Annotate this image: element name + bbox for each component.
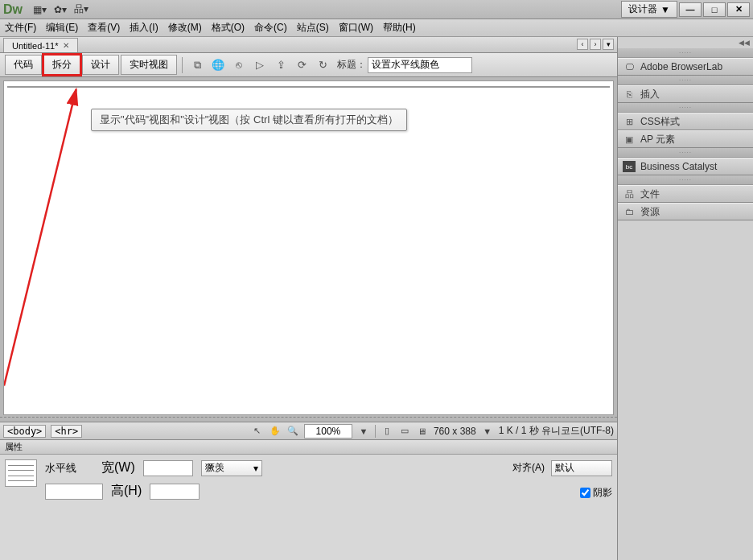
app-titlebar: Dw ▦▾ ✿▾ 品▾ 设计器 ▼ — □ ✕ [0,0,753,19]
sitemap-icon[interactable]: 品▾ [74,2,88,17]
menu-format[interactable]: 格式(O) [212,21,245,35]
menu-help[interactable]: 帮助(H) [383,21,416,35]
height-label: 高(H) [111,483,142,500]
element-type-label: 水平线 [45,461,93,476]
minimize-button[interactable]: — [679,2,702,17]
tab-next-icon[interactable]: › [590,39,601,50]
svg-line-0 [4,89,76,386]
align-value: 默认 [555,461,574,475]
design-canvas[interactable]: 显示"代码"视图和"设计"视图（按 Ctrl 键以查看所有打开的文档） [3,80,614,415]
panel-files[interactable]: 品 文件 [618,185,753,203]
menu-bar: 文件(F) 编辑(E) 查看(V) 插入(I) 修改(M) 格式(O) 命令(C… [0,19,753,37]
zoom-input[interactable] [304,424,352,439]
workspace-label: 设计器 [628,2,657,16]
status-bar: <body> <hr> ↖ ✋ 🔍 ▼ ▯ ▭ 🖥 760 x 388 ▼ 1 … [0,422,617,439]
align-label: 对齐(A) [512,461,545,475]
sync-icon[interactable]: ⟳ [294,57,310,73]
panel-label: AP 元素 [640,133,675,146]
hr-element-icon [5,459,37,487]
panel-insert[interactable]: ⎘ 插入 [618,85,753,103]
browser-icon[interactable]: ⎋ [231,57,247,73]
menu-window[interactable]: 窗口(W) [339,21,373,35]
shadow-label: 阴影 [593,486,612,500]
dimensions-text: 760 x 388 [434,426,476,437]
close-tab-icon[interactable]: ✕ [63,41,69,50]
upload-icon[interactable]: ⇪ [273,57,289,73]
split-view-button[interactable]: 拆分 [43,55,80,75]
align-select[interactable]: 默认 [551,460,612,476]
panel-browserlab[interactable]: 🖵 Adobe BrowserLab [618,58,753,76]
panel-ap[interactable]: ▣ AP 元素 [618,130,753,148]
design-view-button[interactable]: 设计 [82,55,119,75]
device-desktop-icon[interactable]: 🖥 [416,425,429,438]
extension-icon[interactable]: ✿▾ [53,2,68,17]
zoom-icon[interactable]: 🔍 [286,425,299,438]
shadow-checkbox[interactable] [580,488,590,498]
menu-view[interactable]: 查看(V) [88,21,120,35]
css-icon: ⊞ [623,116,636,127]
tooltip: 显示"代码"视图和"设计"视图（按 Ctrl 键以查看所有打开的文档） [91,109,407,131]
title-label: 标题： [337,58,366,72]
menu-edit[interactable]: 编辑(E) [46,21,78,35]
dropdown-icon[interactable]: ▼ [357,425,370,438]
device-phone-icon[interactable]: ▯ [381,425,393,438]
maximize-button[interactable]: □ [703,2,726,17]
separator [182,57,183,73]
properties-title: 属性 [0,440,617,455]
workspace-switcher[interactable]: 设计器 ▼ [621,1,677,18]
side-panels: ◀◀ 🖵 Adobe BrowserLab ⎘ 插入 ⊞ CSS样式 ▣ AP … [618,37,753,560]
hand-icon[interactable]: ✋ [269,425,282,438]
menu-site[interactable]: 站点(S) [297,21,329,35]
document-title-input[interactable] [368,57,472,73]
files-icon: 品 [623,188,636,200]
pointer-icon[interactable]: ↖ [251,425,264,438]
panel-assets[interactable]: 🗀 资源 [618,203,753,220]
close-button[interactable]: ✕ [727,2,750,17]
document-area: Untitled-11* ✕ ‹ › ▾ 代码 拆分 设计 实时视图 ⧉ 🌐 ⎋… [0,37,618,560]
tag-body[interactable]: <body> [3,425,46,438]
panel-label: 插入 [640,88,660,101]
assets-icon: 🗀 [623,206,636,217]
tab-prev-icon[interactable]: ‹ [577,39,588,50]
panel-css[interactable]: ⊞ CSS样式 [618,113,753,130]
live-view-button[interactable]: 实时视图 [121,55,177,75]
browserlab-icon: 🖵 [623,61,636,72]
panel-label: 资源 [640,205,660,219]
panel-label: CSS样式 [640,115,680,129]
menu-command[interactable]: 命令(C) [254,21,287,35]
panel-collapse-icon[interactable]: ◀◀ [739,39,750,47]
panel-label: Business Catalyst [640,161,717,172]
view-toolbar: 代码 拆分 设计 实时视图 ⧉ 🌐 ⎋ ▷ ⇪ ⟳ ↻ 标题： [0,53,617,77]
width-input[interactable] [143,460,193,476]
size-encoding-text: 1 K / 1 秒 유니코드(UTF-8) [499,424,614,438]
tag-hr[interactable]: <hr> [51,425,82,438]
document-tabbar: Untitled-11* ✕ ‹ › ▾ [0,37,617,53]
bc-icon: bc [623,161,636,172]
unit-select[interactable]: 獗羡 ▾ [201,460,262,476]
inspect-icon[interactable]: ⧉ [189,57,205,73]
caret-down-icon: ▼ [660,4,670,15]
menu-file[interactable]: 文件(F) [5,21,36,35]
chevron-down-icon: ▾ [253,463,258,474]
split-handle[interactable] [0,417,617,420]
play-icon[interactable]: ▷ [252,57,268,73]
width-label: 宽(W) [101,459,135,476]
doc-tab-label: Untitled-11* [12,41,58,51]
dims-caret-icon[interactable]: ▼ [481,425,494,438]
device-tablet-icon[interactable]: ▭ [398,425,411,438]
panel-label: 文件 [640,187,660,201]
insert-icon: ⎘ [623,89,636,100]
layout-icon[interactable]: ▦▾ [32,2,47,17]
menu-insert[interactable]: 插入(I) [130,21,158,35]
panel-label: Adobe BrowserLab [640,61,722,72]
panel-bc[interactable]: bc Business Catalyst [618,158,753,175]
tab-menu-icon[interactable]: ▾ [603,39,614,50]
menu-modify[interactable]: 修改(M) [168,21,202,35]
refresh-icon[interactable]: ↻ [315,57,331,73]
document-tab[interactable]: Untitled-11* ✕ [3,38,78,52]
globe-icon[interactable]: 🌐 [210,57,226,73]
code-view-button[interactable]: 代码 [5,55,42,75]
app-logo: Dw [3,2,23,17]
id-input[interactable] [45,484,103,500]
height-input[interactable] [150,484,200,500]
